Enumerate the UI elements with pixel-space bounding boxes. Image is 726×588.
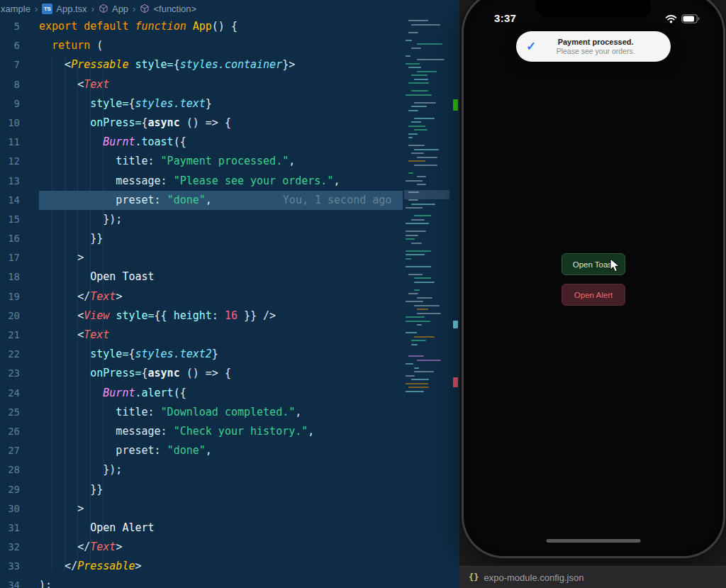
iphone-screen[interactable]: 3:37 ✓ <box>470 0 717 550</box>
json-file-icon: {} <box>469 572 479 582</box>
code-line[interactable]: 19 </Text> <box>0 287 403 306</box>
line-number: 10 <box>0 113 20 133</box>
toast-text: Payment processed. Please see your order… <box>536 38 664 56</box>
line-number: 33 <box>0 557 20 576</box>
code-line[interactable]: 24 Burnt.alert({ <box>0 384 403 403</box>
simulator-panel: 3:37 ✓ <box>459 0 726 588</box>
code-line[interactable]: 15 }); <box>0 210 403 229</box>
code-line[interactable]: 25 title: "Download completed.", <box>0 403 403 422</box>
explorer-file-name[interactable]: expo-module.config.json <box>484 572 583 583</box>
line-number: 28 <box>0 460 20 479</box>
line-number: 12 <box>0 152 20 171</box>
code-line[interactable]: 17 > <box>0 248 403 267</box>
code-line[interactable]: 32 </Text> <box>0 538 403 557</box>
ruler-mark-modified <box>453 321 458 328</box>
line-number: 32 <box>0 538 20 557</box>
line-number: 9 <box>0 94 20 113</box>
code-line[interactable]: 34); <box>0 576 403 588</box>
line-number: 14 <box>0 191 20 210</box>
breadcrumb-item-example[interactable]: xample <box>1 4 30 14</box>
line-number: 5 <box>0 17 20 36</box>
app-window: xample › TS App.tsx › App › <box>0 0 726 588</box>
line-number: 20 <box>0 306 20 326</box>
line-number: 15 <box>0 210 20 229</box>
code-line[interactable]: 9 style={styles.text} <box>0 94 403 113</box>
mouse-cursor <box>610 258 620 276</box>
code-line[interactable]: 16 }} <box>0 229 403 248</box>
line-number: 30 <box>0 499 20 518</box>
line-number: 29 <box>0 480 20 499</box>
code-line[interactable]: 30 > <box>0 499 403 518</box>
open-alert-button[interactable]: Open Alert <box>562 284 625 306</box>
wifi-icon <box>665 13 677 26</box>
code-line[interactable]: 29 }} <box>0 480 403 499</box>
breadcrumb-app-label: App <box>112 4 128 14</box>
line-number: 7 <box>0 55 20 74</box>
line-number: 34 <box>0 576 20 588</box>
code-line[interactable]: 18 Open Toast <box>0 267 403 287</box>
line-number: 16 <box>0 229 20 248</box>
line-number: 23 <box>0 364 20 383</box>
code-line[interactable]: 20 <View style={{ height: 16 }} /> <box>0 306 403 326</box>
overview-ruler[interactable] <box>451 0 459 588</box>
home-indicator[interactable] <box>547 539 641 543</box>
line-number: 8 <box>0 75 20 94</box>
battery-icon <box>681 13 700 26</box>
code-area[interactable]: 5export default function App() {6 return… <box>0 17 403 588</box>
ruler-mark-deleted <box>453 377 458 387</box>
breadcrumb-item-file[interactable]: TS App.tsx <box>42 4 86 14</box>
breadcrumb-function-label: <function> <box>153 4 196 14</box>
status-icons <box>665 13 700 26</box>
line-number: 17 <box>0 248 20 267</box>
code-line[interactable]: 27 preset: "done", <box>0 441 403 460</box>
chevron-right-icon: › <box>35 4 38 14</box>
explorer-strip: {} expo-module.config.json <box>459 566 726 588</box>
chevron-right-icon: › <box>133 4 135 14</box>
code-line[interactable]: 28 }); <box>0 460 403 479</box>
code-line[interactable]: 22 style={styles.text2} <box>0 345 403 364</box>
line-number: 6 <box>0 36 20 55</box>
breadcrumb-item-function[interactable]: <function> <box>140 4 196 14</box>
code-line[interactable]: 26 message: "Check your history.", <box>0 422 403 441</box>
iphone-device-frame: 3:37 ✓ <box>464 0 723 556</box>
ruler-mark-added <box>453 99 458 111</box>
breadcrumb-file-label: App.tsx <box>56 4 86 14</box>
code-line[interactable]: 10 onPress={async () => { <box>0 113 403 133</box>
code-line[interactable]: 5export default function App() { <box>0 17 403 36</box>
minimap[interactable] <box>406 17 449 584</box>
code-line[interactable]: 23 onPress={async () => { <box>0 364 403 383</box>
line-number: 19 <box>0 287 20 306</box>
code-line[interactable]: 14 preset: "done",You, 1 second ago <box>0 191 403 210</box>
chevron-right-icon: › <box>91 4 94 14</box>
status-time: 3:37 <box>494 12 516 24</box>
git-blame-annotation: You, 1 second ago <box>283 194 392 206</box>
code-line[interactable]: 13 message: "Please see your orders.", <box>0 172 403 191</box>
code-line[interactable]: 31 Open Alert <box>0 518 403 538</box>
code-line[interactable]: 11 Burnt.toast({ <box>0 133 403 152</box>
breadcrumb: xample › TS App.tsx › App › <box>0 0 196 17</box>
code-line[interactable]: 8 <Text <box>0 75 403 94</box>
code-editor: xample › TS App.tsx › App › <box>0 0 459 588</box>
symbol-cube-icon <box>99 4 108 13</box>
code-line[interactable]: 12 title: "Payment processed.", <box>0 152 403 171</box>
code-line[interactable]: 21 <Text <box>0 326 403 345</box>
line-number: 21 <box>0 326 20 345</box>
code-line[interactable]: 33 </Pressable> <box>0 557 403 576</box>
code-line[interactable]: 6 return ( <box>0 36 403 55</box>
toast-message: Please see your orders. <box>536 47 655 56</box>
code-line[interactable]: 7 <Pressable style={styles.container}> <box>0 55 403 74</box>
line-number: 18 <box>0 267 20 287</box>
line-number: 26 <box>0 422 20 441</box>
line-number: 22 <box>0 345 20 364</box>
toast-title: Payment processed. <box>536 38 655 47</box>
toast-notification[interactable]: ✓ Payment processed. Please see your ord… <box>516 31 671 62</box>
line-number: 24 <box>0 384 20 403</box>
line-number: 11 <box>0 133 20 152</box>
line-number: 31 <box>0 518 20 538</box>
symbol-cube-icon <box>140 4 150 13</box>
notch <box>536 0 651 18</box>
line-number: 13 <box>0 172 20 191</box>
typescript-icon: TS <box>42 4 52 14</box>
breadcrumb-item-app[interactable]: App <box>99 4 128 14</box>
line-number: 25 <box>0 403 20 422</box>
